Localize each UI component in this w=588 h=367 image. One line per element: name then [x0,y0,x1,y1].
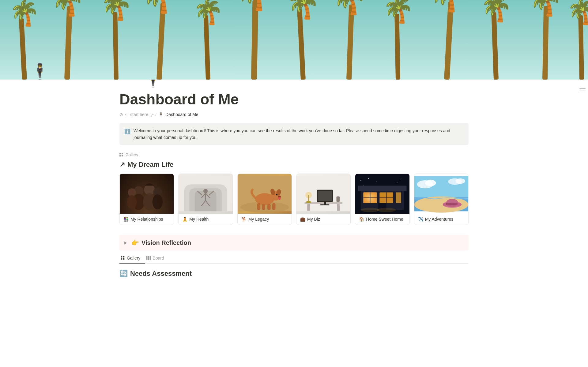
card-biz[interactable]: 💼 My Biz [296,174,351,225]
card-img-adventures [414,174,468,214]
tab-gallery-icon [121,256,125,260]
svg-point-49 [277,194,277,195]
svg-rect-61 [318,191,332,201]
page-title: Dashboard of Me [119,91,469,108]
card-label-biz: 💼 My Biz [296,214,350,225]
svg-rect-105 [123,258,124,260]
svg-text:🌴: 🌴 [235,0,273,12]
dream-life-icon: ↗ [119,161,125,169]
card-img-health [179,174,232,214]
svg-text:🌴: 🌴 [480,0,512,23]
svg-point-67 [306,201,311,203]
card-label-relationships: 👫 My Relationships [120,214,174,225]
svg-rect-29 [122,153,123,154]
svg-rect-76 [358,186,407,191]
svg-point-72 [401,179,401,179]
card-emoji-biz: 💼 [300,217,305,222]
card-emoji-legacy: 🐕 [241,217,247,222]
gallery-view-label[interactable]: Gallery [119,152,469,157]
card-text-adventures: My Adventures [425,217,454,222]
card-label-home: 🏠 Home Sweet Home [355,214,409,225]
needs-title: Needs Assessment [130,270,192,278]
vision-emoji: 👉 [131,239,139,246]
scrollbar-line-2 [579,88,586,89]
tab-gallery-label: Gallery [127,256,140,260]
svg-rect-102 [121,256,122,257]
svg-point-51 [278,197,281,200]
svg-point-88 [377,208,396,212]
svg-rect-62 [324,202,326,205]
info-text: Welcome to your personal dashboard! This… [134,127,464,141]
card-legacy[interactable]: 🐕 My Legacy [237,174,292,225]
card-text-biz: My Biz [307,217,320,222]
svg-point-37 [153,194,163,209]
svg-text:🌴: 🌴 [332,0,367,16]
svg-rect-53 [262,204,265,210]
tab-board-icon [146,256,151,260]
svg-text:🌴: 🌴 [141,0,178,15]
svg-text:🌴: 🌴 [567,0,588,26]
svg-rect-52 [257,203,260,210]
breadcrumb-separator: / [155,112,156,117]
card-health[interactable]: 🧘 My Health [178,174,233,225]
svg-rect-55 [272,203,276,210]
card-text-relationships: My Relationships [130,217,163,222]
breadcrumb-current: Dashboard of Me [165,112,198,117]
svg-text:🌴: 🌴 [383,0,414,25]
svg-rect-54 [267,204,271,210]
svg-rect-31 [122,155,123,156]
svg-point-91 [425,180,436,186]
svg-rect-28 [119,153,121,154]
svg-rect-59 [337,204,340,211]
svg-text:🌴: 🌴 [50,0,85,18]
scrollbar-line-1 [579,86,586,86]
svg-point-73 [397,183,398,184]
svg-point-71 [377,182,377,182]
svg-rect-101 [446,203,447,205]
card-label-health: 🧘 My Health [179,214,232,225]
svg-rect-80 [396,193,401,203]
card-relationships[interactable]: 👫 My Relationships [119,174,174,225]
svg-text:🕴: 🕴 [30,62,50,80]
card-img-relationships [120,174,174,214]
hero-banner: 🌴 🌴 🌴 🌴 🌴 🌴 🌴 [0,0,588,80]
vision-title: Vision Reflection [141,239,191,246]
card-text-health: My Health [189,217,209,222]
svg-point-48 [276,194,277,195]
svg-text:🌴: 🌴 [9,0,40,28]
svg-point-69 [360,180,361,181]
tab-board[interactable]: Board [145,253,169,264]
svg-rect-66 [308,195,309,202]
breadcrumb-part1[interactable]: -,` start here `,- [125,112,153,117]
svg-point-93 [455,178,465,184]
breadcrumb: ⊙ -,` start here `,- / 🕴 Dashboard of Me [119,112,469,117]
svg-point-41 [203,189,208,193]
svg-text:🌴: 🌴 [193,0,224,26]
tab-gallery[interactable]: Gallery [119,253,145,264]
card-emoji-home: 🏠 [359,217,364,222]
card-adventures[interactable]: ✈️ My Adventures [414,174,469,225]
tab-board-label: Board [153,256,164,260]
card-text-home: Home Sweet Home [366,217,403,222]
svg-text:🌴: 🌴 [528,0,563,18]
needs-assessment-header: 🔄 Needs Assessment [119,270,469,278]
card-text-legacy: My Legacy [248,217,269,222]
breadcrumb-icon2: 🕴 [158,112,164,117]
card-img-home [355,174,409,214]
svg-text:🌴: 🌴 [286,0,320,21]
gallery-label: Gallery [126,152,138,157]
card-emoji-health: 🧘 [182,217,187,222]
vision-reflection-header: 👉 Vision Reflection [131,239,191,246]
card-label-legacy: 🐕 My Legacy [238,214,292,225]
scrollbar-hint [579,86,586,91]
scrollbar-line-3 [579,91,586,91]
info-icon: ℹ️ [124,128,130,136]
svg-rect-107 [148,256,149,260]
dream-life-cards-grid: 👫 My Relationships [119,174,469,225]
svg-rect-104 [121,258,122,260]
vision-toggle-icon: ▶ [124,241,127,245]
dream-life-title: My Dream Life [127,161,173,169]
svg-rect-63 [320,204,330,206]
vision-reflection-section[interactable]: ▶ 👉 Vision Reflection [119,235,469,251]
card-home[interactable]: 🏠 Home Sweet Home [355,174,409,225]
